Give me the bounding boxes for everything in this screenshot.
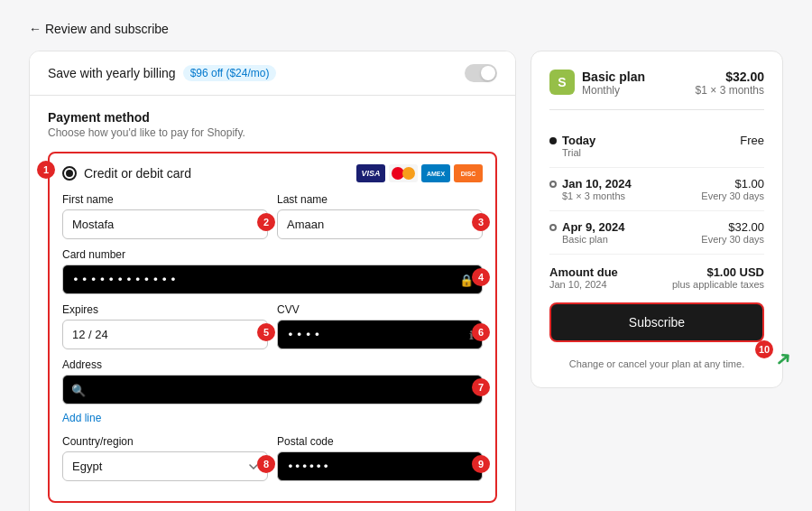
credit-card-radio-label[interactable]: Credit or debit card <box>62 166 191 181</box>
amount-due-right: $1.00 USD plus applicable taxes <box>672 265 764 290</box>
postal-input[interactable] <box>277 451 483 481</box>
payment-subtitle: Choose how you'd like to pay for Shopify… <box>48 126 497 139</box>
billing-item-right-today: Free <box>740 134 764 147</box>
amount-due-left: Amount due Jan 10, 2024 <box>549 265 618 290</box>
billing-item-detail-apr: Apr 9, 2024 Basic plan <box>562 220 624 245</box>
name-row: First name 2 Last name 3 <box>62 193 483 239</box>
plan-name: Basic plan <box>582 70 645 84</box>
plan-per: $1 × 3 months <box>696 84 764 97</box>
annotation-badge-8: 8 <box>257 455 275 473</box>
payment-title: Payment method <box>48 110 497 125</box>
country-select[interactable]: Egypt United States United Kingdom <box>62 451 268 481</box>
billing-item-jan: Jan 10, 2024 $1 × 3 months $1.00 Every 3… <box>549 168 764 211</box>
credit-card-box: 1 Credit or debit card VISA <box>48 152 497 503</box>
annotation-badge-10: 10 <box>755 340 773 358</box>
billing-item-desc-jan: $1 × 3 months <box>562 190 632 201</box>
billing-item-left-apr: Apr 9, 2024 Basic plan <box>549 220 624 245</box>
cvv-group: CVV ℹ 6 <box>277 303 483 349</box>
bullet-jan <box>549 181 557 188</box>
discount-badge: $96 off ($24/mo) <box>183 65 277 81</box>
first-name-group: First name 2 <box>62 193 268 239</box>
billing-item-desc-apr: Basic plan <box>562 234 624 245</box>
left-panel: Save with yearly billing $96 off ($24/mo… <box>29 51 516 511</box>
bullet-apr <box>549 224 557 231</box>
main-content: Save with yearly billing $96 off ($24/mo… <box>29 51 783 511</box>
credit-card-label: Credit or debit card <box>84 166 191 181</box>
visa-icon: VISA <box>356 164 385 182</box>
postal-group: Postal code 9 <box>277 435 483 481</box>
amex-icon: AMEX <box>421 164 450 182</box>
cvv-wrapper: ℹ <box>277 320 483 349</box>
billing-item-freq-jan: Every 30 days <box>701 190 764 201</box>
card-number-group: Card number 🔒 4 <box>62 248 483 294</box>
expires-label: Expires <box>62 303 268 316</box>
mastercard-icon <box>389 164 418 182</box>
address-search-wrapper: 🔍 <box>62 375 483 404</box>
last-name-label: Last name <box>277 193 483 206</box>
plan-header: S Basic plan Monthly $32.00 $1 × 3 month… <box>549 70 764 110</box>
plan-name-group: Basic plan Monthly <box>582 70 645 97</box>
plan-price: $32.00 $1 × 3 months <box>696 70 764 97</box>
billing-items-list: Today Trial Free Jan 10, 2024 $1 <box>549 125 764 255</box>
card-number-label: Card number <box>62 248 483 261</box>
credit-card-radio[interactable] <box>62 166 77 181</box>
annotation-badge-7: 7 <box>472 378 490 396</box>
billing-banner-left: Save with yearly billing $96 off ($24/mo… <box>48 65 276 81</box>
annotation-badge-3: 3 <box>472 213 490 231</box>
billing-label: Save with yearly billing <box>48 66 176 80</box>
amount-due-label: Amount due <box>549 265 618 279</box>
expires-input[interactable] <box>62 320 268 349</box>
last-name-input[interactable] <box>277 209 483 239</box>
page-title: ← Review and subscribe <box>29 22 169 36</box>
billing-item-apr: Apr 9, 2024 Basic plan $32.00 Every 30 d… <box>549 211 764 255</box>
plan-amount: $32.00 <box>696 70 764 84</box>
country-postal-row: Country/region Egypt United States Unite… <box>62 435 483 481</box>
subscribe-wrapper: Subscribe 10 ➜ <box>549 302 764 349</box>
subscribe-button[interactable]: Subscribe <box>549 302 764 342</box>
billing-item-right-apr: $32.00 Every 30 days <box>701 220 764 245</box>
billing-banner: Save with yearly billing $96 off ($24/mo… <box>30 51 515 96</box>
address-input[interactable] <box>62 375 483 404</box>
search-icon: 🔍 <box>71 383 86 396</box>
plan-billing: Monthly <box>582 84 645 97</box>
add-line-link[interactable]: Add line <box>62 412 101 424</box>
expires-cvv-row: Expires 5 CVV ℹ 6 <box>62 303 483 349</box>
expires-group: Expires 5 <box>62 303 268 349</box>
billing-item-amount-today: Free <box>740 134 764 147</box>
postal-label: Postal code <box>277 435 483 448</box>
address-label: Address <box>62 358 483 371</box>
country-label: Country/region <box>62 435 268 448</box>
address-group: Address 🔍 7 <box>62 358 483 404</box>
amount-due-date: Jan 10, 2024 <box>549 279 618 290</box>
annotation-badge-6: 6 <box>472 323 490 341</box>
billing-item-amount-apr: $32.00 <box>701 220 764 234</box>
billing-item-detail-jan: Jan 10, 2024 $1 × 3 months <box>562 177 632 201</box>
yearly-billing-toggle[interactable] <box>465 64 497 82</box>
annotation-badge-9: 9 <box>472 455 490 473</box>
country-group: Country/region Egypt United States Unite… <box>62 435 268 481</box>
first-name-input[interactable] <box>62 209 268 239</box>
page-container: ← Review and subscribe Save with yearly … <box>0 0 812 511</box>
billing-item-date-apr: Apr 9, 2024 <box>562 220 624 234</box>
billing-item-date-today: Today <box>562 134 595 147</box>
right-panel: S Basic plan Monthly $32.00 $1 × 3 month… <box>531 51 783 388</box>
payment-method-header: Credit or debit card VISA AMEX DISC <box>62 164 483 182</box>
card-icons: VISA AMEX DISC <box>356 164 483 182</box>
payment-section: Payment method Choose how you'd like to … <box>30 96 515 511</box>
bullet-today <box>549 137 557 144</box>
billing-item-date-jan: Jan 10, 2024 <box>562 177 632 190</box>
card-number-wrapper: 🔒 <box>62 265 483 294</box>
amount-due-tax: plus applicable taxes <box>672 279 764 290</box>
annotation-badge-5: 5 <box>257 323 275 341</box>
annotation-badge-4: 4 <box>472 268 490 286</box>
discover-icon: DISC <box>454 164 483 182</box>
cvv-input[interactable] <box>277 320 483 349</box>
annotation-badge-2: 2 <box>257 213 275 231</box>
back-nav[interactable]: ← Review and subscribe <box>29 22 783 36</box>
card-number-input[interactable] <box>62 265 483 294</box>
cvv-label: CVV <box>277 303 483 316</box>
green-arrow-10: ➜ <box>770 345 798 373</box>
billing-item-freq-apr: Every 30 days <box>701 234 764 245</box>
annotation-badge-1: 1 <box>37 161 55 179</box>
shopify-icon: S <box>549 70 575 95</box>
